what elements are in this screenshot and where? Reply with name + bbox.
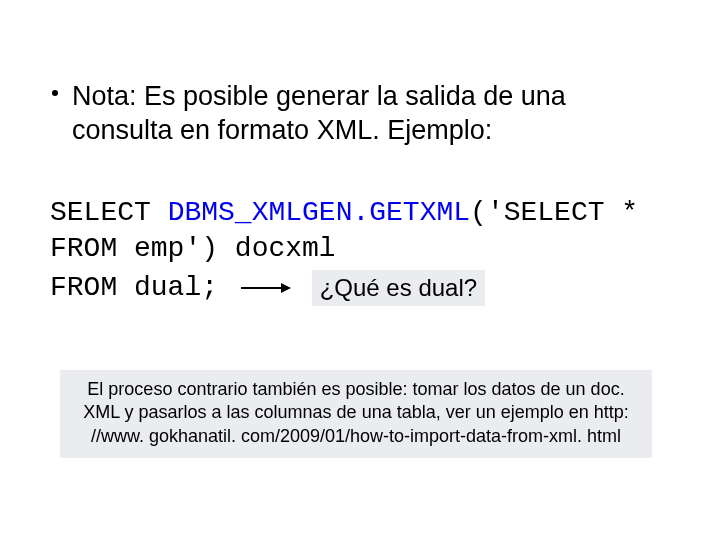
code-semicolon: ;: [201, 272, 218, 303]
code-arg-close: '): [184, 233, 234, 264]
code-from: FROM dual: [50, 272, 201, 303]
slide: Nota: Es posible generar la salida de un…: [0, 0, 720, 540]
arrow-icon: [241, 279, 291, 297]
code-block: SELECT DBMS_XMLGEN.GETXML('SELECT * FROM…: [50, 195, 670, 307]
code-line-1: SELECT DBMS_XMLGEN.GETXML('SELECT * FROM…: [50, 195, 670, 268]
bullet-item: Nota: Es posible generar la salida de un…: [72, 80, 660, 148]
code-arg-open: (': [470, 197, 504, 228]
code-line-2: FROM dual; ¿Qué es dual?: [50, 270, 670, 307]
footnote-text: El proceso contrario también es posible:…: [83, 379, 629, 446]
code-select: SELECT: [50, 197, 168, 228]
bullet-text: Nota: Es posible generar la salida de un…: [72, 81, 566, 145]
bullet-dot-icon: [52, 90, 58, 96]
code-alias: docxml: [235, 233, 336, 264]
footnote-box: El proceso contrario también es posible:…: [60, 370, 652, 458]
callout-text: ¿Qué es dual?: [320, 274, 477, 301]
code-function: DBMS_XMLGEN.GETXML: [168, 197, 470, 228]
callout-box: ¿Qué es dual?: [312, 270, 485, 306]
